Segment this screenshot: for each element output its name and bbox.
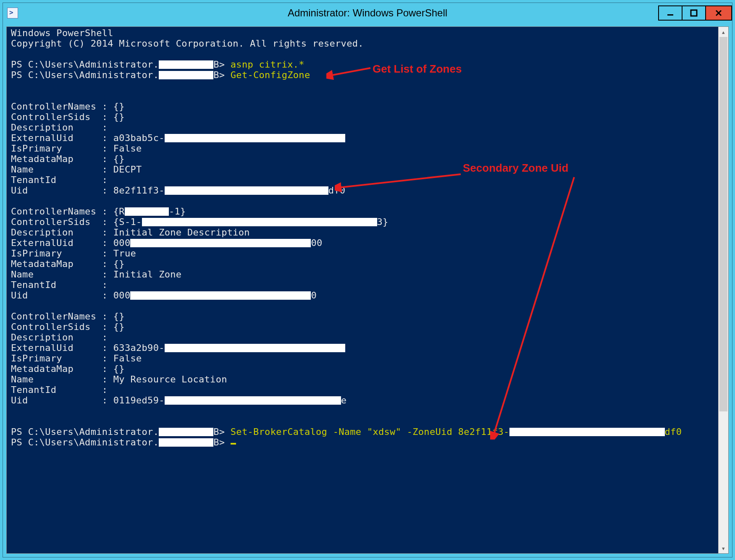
field-label: ControllerSids — [11, 112, 91, 122]
field-label: Name — [11, 269, 34, 280]
redaction — [165, 344, 345, 352]
field-label: ControllerSids — [11, 217, 91, 227]
redaction — [159, 438, 213, 447]
powershell-icon — [7, 8, 18, 18]
powershell-window: Administrator: Windows PowerShell Window… — [3, 3, 732, 557]
cmd-tail: df0 — [665, 427, 682, 437]
console-output[interactable]: Windows PowerShell Copyright (C) 2014 Mi… — [7, 27, 718, 553]
window-title: Administrator: Windows PowerShell — [3, 7, 732, 19]
client-area: Windows PowerShell Copyright (C) 2014 Mi… — [6, 26, 729, 554]
field-value: {} — [113, 322, 125, 332]
scroll-down-button[interactable]: ▾ — [719, 543, 728, 553]
field-value: {} — [113, 112, 125, 122]
redaction — [165, 396, 341, 405]
prompt-suffix: B> — [213, 59, 225, 70]
prompt-suffix: B> — [213, 427, 225, 437]
field-label: ControllerNames — [11, 101, 96, 112]
redaction — [125, 207, 169, 216]
field-value: False — [113, 353, 142, 364]
ps-header: Windows PowerShell — [11, 28, 113, 38]
field-value: {} — [113, 311, 125, 322]
scroll-track[interactable] — [719, 37, 728, 543]
field-label: Name — [11, 164, 34, 175]
field-label: Description — [11, 122, 74, 133]
field-value: 3} — [377, 217, 388, 227]
field-label: TenantId — [11, 175, 56, 185]
field-value: {} — [113, 364, 125, 374]
field-value: df0 — [328, 185, 346, 196]
redaction — [509, 428, 665, 436]
prompt: PS C:\Users\Administrator. — [11, 59, 159, 70]
field-value: True — [113, 248, 136, 259]
field-label: ExternalUid — [11, 238, 74, 248]
scroll-up-button[interactable]: ▴ — [719, 27, 728, 37]
field-value: My Resource Location — [113, 374, 227, 385]
vertical-scrollbar[interactable]: ▴ ▾ — [718, 27, 728, 553]
prompt-suffix: B> — [213, 437, 225, 447]
field-label: IsPrimary — [11, 353, 62, 364]
titlebar[interactable]: Administrator: Windows PowerShell — [3, 3, 732, 23]
field-value: a03bab5c- — [113, 133, 165, 143]
field-value: 8e2f11f3- — [113, 185, 165, 196]
redaction — [159, 71, 213, 79]
field-value: -1} — [169, 206, 186, 217]
field-value: {} — [113, 154, 125, 164]
field-value: e — [341, 395, 347, 406]
field-value: 000 — [113, 238, 131, 248]
window-controls — [659, 5, 732, 21]
field-value: {R — [113, 206, 125, 217]
cmd-asnp: asnp citrix.* — [231, 59, 304, 70]
cmd-getzone: Get-ConfigZone — [231, 70, 310, 80]
field-value: Initial Zone — [113, 269, 182, 280]
redaction — [165, 186, 328, 195]
field-value: {} — [113, 101, 125, 112]
scroll-thumb[interactable] — [719, 37, 727, 411]
redaction — [165, 134, 345, 142]
redaction — [159, 60, 213, 69]
field-label: MetadataMap — [11, 154, 74, 164]
field-label: MetadataMap — [11, 259, 74, 269]
field-label: Uid — [11, 290, 28, 301]
ps-copyright: Copyright (C) 2014 Microsoft Corporation… — [11, 38, 364, 49]
field-label: IsPrimary — [11, 248, 62, 259]
close-button[interactable] — [705, 5, 732, 21]
redaction — [142, 218, 377, 226]
field-label: ExternalUid — [11, 133, 74, 143]
field-label: IsPrimary — [11, 143, 62, 154]
field-label: ControllerNames — [11, 311, 96, 322]
field-value: {} — [113, 259, 125, 269]
field-label: Uid — [11, 185, 28, 196]
field-label: MetadataMap — [11, 364, 74, 374]
field-label: TenantId — [11, 385, 56, 395]
cmd-setbroker: Set-BrokerCatalog -Name "xdsw" -ZoneUid … — [231, 427, 509, 437]
field-label: Description — [11, 332, 74, 343]
field-value: 000 — [113, 290, 131, 301]
field-value: 0119ed59- — [113, 395, 165, 406]
field-label: ControllerNames — [11, 206, 96, 217]
maximize-button[interactable] — [682, 5, 706, 21]
field-label: Uid — [11, 395, 28, 406]
redaction — [159, 428, 213, 436]
field-value: Initial Zone Description — [113, 227, 250, 238]
field-value: DECPT — [113, 164, 142, 175]
field-value: False — [113, 143, 142, 154]
field-label: TenantId — [11, 280, 56, 290]
svg-rect-1 — [691, 10, 697, 16]
prompt: PS C:\Users\Administrator. — [11, 427, 159, 437]
cursor-icon — [231, 443, 236, 445]
prompt-suffix: B> — [213, 70, 225, 80]
svg-rect-0 — [667, 14, 673, 16]
redaction — [130, 291, 311, 300]
field-label: Name — [11, 374, 34, 385]
field-label: Description — [11, 227, 74, 238]
prompt: PS C:\Users\Administrator. — [11, 437, 159, 447]
redaction — [130, 239, 311, 247]
field-label: ExternalUid — [11, 343, 74, 353]
field-value: {S-1- — [113, 217, 142, 227]
field-value: 00 — [311, 238, 322, 248]
prompt: PS C:\Users\Administrator. — [11, 70, 159, 80]
minimize-button[interactable] — [658, 5, 682, 21]
field-value: 633a2b90- — [113, 343, 165, 353]
field-label: ControllerSids — [11, 322, 91, 332]
field-value: 0 — [311, 290, 317, 301]
